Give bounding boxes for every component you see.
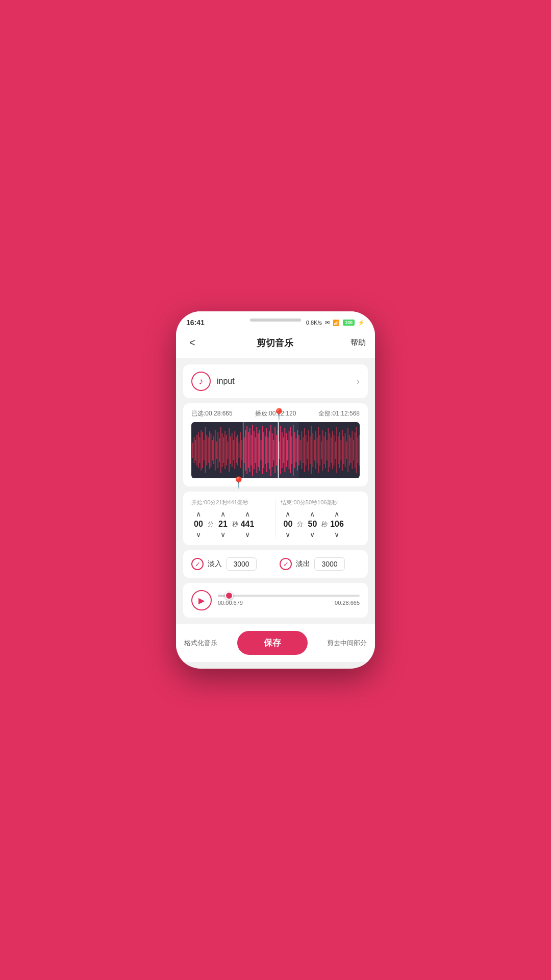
svg-rect-21 bbox=[219, 438, 220, 462]
file-row[interactable]: ♪ input › bbox=[191, 372, 360, 391]
svg-rect-34 bbox=[237, 435, 238, 465]
svg-rect-6 bbox=[198, 432, 199, 468]
slider-thumb[interactable] bbox=[225, 592, 233, 600]
svg-rect-93 bbox=[319, 435, 320, 465]
total-time: 00:28:665 bbox=[335, 600, 360, 606]
svg-rect-20 bbox=[217, 432, 218, 468]
svg-rect-49 bbox=[259, 430, 260, 471]
start-ms-down[interactable]: ∨ bbox=[245, 531, 250, 538]
end-ms-down[interactable]: ∨ bbox=[334, 531, 339, 538]
play-button[interactable]: ▶ bbox=[191, 590, 212, 610]
fade-out-checkbox[interactable]: ✓ bbox=[280, 558, 292, 570]
waveform-bg bbox=[191, 422, 360, 478]
svg-rect-107 bbox=[339, 432, 340, 468]
svg-rect-47 bbox=[256, 427, 257, 473]
fade-in-input[interactable] bbox=[226, 557, 257, 571]
handle-bottom[interactable]: 📍 bbox=[232, 476, 245, 489]
content-area: ♪ input › 已选:00:28:665 播放:00:22:120 全部:0… bbox=[176, 358, 375, 624]
svg-rect-111 bbox=[345, 433, 346, 467]
help-button[interactable]: 帮助 bbox=[350, 338, 366, 348]
end-min-up[interactable]: ∧ bbox=[285, 510, 290, 518]
start-ms-up[interactable]: ∧ bbox=[245, 510, 250, 518]
svg-rect-106 bbox=[338, 436, 339, 464]
fade-card: ✓ 淡入 ✓ 淡出 bbox=[183, 550, 368, 578]
svg-rect-92 bbox=[318, 427, 319, 473]
save-button[interactable]: 保存 bbox=[237, 631, 308, 655]
svg-rect-37 bbox=[241, 440, 242, 460]
svg-rect-18 bbox=[215, 430, 216, 471]
svg-rect-78 bbox=[278, 422, 279, 478]
end-sec-val: 50 bbox=[305, 520, 319, 529]
trim-middle-button[interactable]: 剪去中间部分 bbox=[327, 639, 367, 648]
svg-rect-46 bbox=[255, 437, 256, 463]
start-min-up[interactable]: ∧ bbox=[196, 510, 201, 518]
file-left: ♪ input bbox=[191, 372, 235, 391]
svg-rect-114 bbox=[349, 435, 350, 465]
start-sec-up[interactable]: ∧ bbox=[220, 510, 226, 518]
end-time-section: 结束:00分50秒106毫秒 ∧ 00 ∨ 分 ∧ 50 bbox=[278, 499, 363, 538]
svg-rect-81 bbox=[303, 437, 304, 463]
svg-rect-43 bbox=[251, 435, 252, 465]
svg-rect-77 bbox=[298, 435, 299, 465]
svg-rect-2 bbox=[192, 443, 193, 458]
end-spinners: ∧ 00 ∨ 分 ∧ 50 ∨ 秒 bbox=[281, 510, 344, 538]
fade-out-item: ✓ 淡出 bbox=[280, 557, 360, 571]
svg-rect-97 bbox=[325, 432, 326, 468]
playback-slider[interactable] bbox=[218, 595, 360, 597]
end-sec-down[interactable]: ∨ bbox=[310, 531, 315, 538]
waveform-container[interactable]: 📍 bbox=[191, 422, 360, 478]
status-bar: 16:41 0.8K/s ✉ 📶 100 ⚡ bbox=[176, 311, 375, 330]
start-min-unit: 分 bbox=[208, 520, 214, 529]
start-sec-unit: 秒 bbox=[232, 520, 238, 529]
fade-out-input[interactable] bbox=[314, 557, 345, 571]
svg-rect-70 bbox=[289, 431, 290, 469]
start-min-down[interactable]: ∨ bbox=[196, 531, 201, 538]
svg-rect-56 bbox=[269, 431, 270, 469]
svg-rect-119 bbox=[356, 427, 357, 473]
svg-rect-68 bbox=[286, 433, 287, 467]
start-sec-down[interactable]: ∨ bbox=[220, 531, 226, 538]
svg-rect-53 bbox=[265, 436, 266, 464]
end-sec-up[interactable]: ∧ bbox=[310, 510, 315, 518]
end-min-val: 00 bbox=[281, 520, 295, 529]
end-min-unit: 分 bbox=[297, 520, 303, 529]
svg-rect-110 bbox=[343, 436, 344, 464]
page-title: 剪切音乐 bbox=[257, 337, 293, 349]
svg-rect-40 bbox=[246, 426, 247, 474]
end-min-spinner: ∧ 00 ∨ bbox=[281, 510, 295, 538]
playback-card: ▶ 00:00:679 00:28:665 bbox=[183, 583, 368, 618]
end-ms-up[interactable]: ∧ bbox=[334, 510, 339, 518]
svg-rect-48 bbox=[258, 433, 259, 467]
svg-rect-108 bbox=[340, 440, 341, 460]
svg-rect-88 bbox=[312, 433, 313, 467]
fade-in-checkbox[interactable]: ✓ bbox=[191, 558, 204, 570]
svg-rect-10 bbox=[204, 440, 205, 460]
svg-rect-73 bbox=[293, 425, 294, 476]
svg-rect-101 bbox=[331, 437, 332, 463]
svg-rect-54 bbox=[266, 428, 267, 472]
svg-rect-98 bbox=[327, 440, 328, 460]
svg-rect-74 bbox=[294, 432, 295, 468]
svg-rect-57 bbox=[270, 425, 271, 476]
back-button[interactable]: < bbox=[185, 335, 199, 351]
svg-rect-112 bbox=[346, 442, 347, 459]
start-min-spinner: ∧ 00 ∨ bbox=[191, 510, 206, 538]
svg-rect-55 bbox=[267, 437, 268, 463]
file-card: ♪ input › bbox=[183, 364, 368, 398]
end-min-down[interactable]: ∨ bbox=[285, 531, 290, 538]
format-music-button[interactable]: 格式化音乐 bbox=[184, 639, 217, 648]
svg-rect-63 bbox=[279, 442, 280, 459]
svg-rect-44 bbox=[252, 425, 253, 476]
fade-in-label: 淡入 bbox=[208, 559, 222, 569]
start-sec-val: 21 bbox=[216, 520, 230, 529]
svg-rect-120 bbox=[357, 437, 358, 463]
music-icon: ♪ bbox=[191, 372, 211, 391]
fade-out-label: 淡出 bbox=[296, 559, 310, 569]
svg-rect-121 bbox=[359, 435, 360, 465]
svg-rect-113 bbox=[347, 428, 348, 472]
slider-times: 00:00:679 00:28:665 bbox=[218, 600, 360, 606]
svg-rect-33 bbox=[236, 437, 237, 463]
svg-rect-67 bbox=[284, 428, 285, 472]
svg-rect-22 bbox=[220, 427, 221, 473]
svg-rect-7 bbox=[199, 437, 201, 463]
